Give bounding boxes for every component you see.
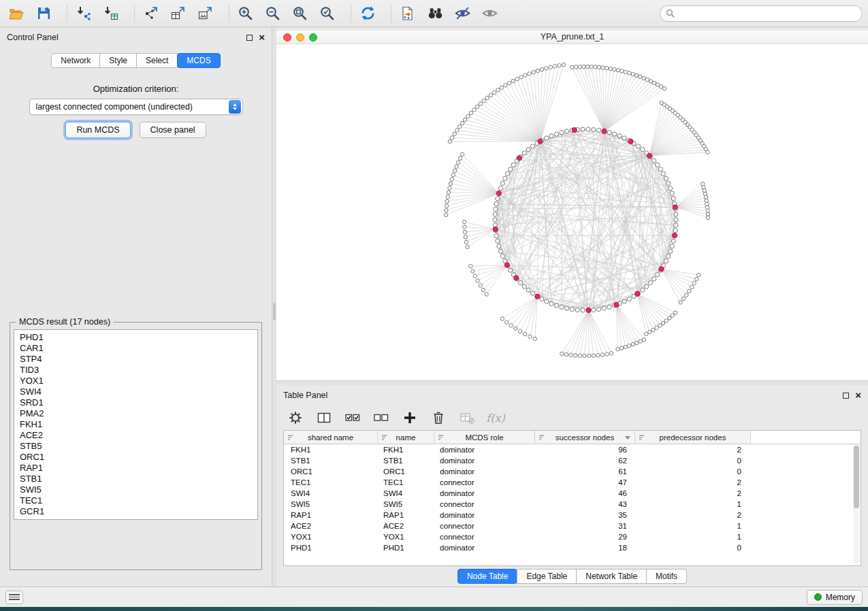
result-item[interactable]: TID3 <box>14 365 257 376</box>
dominator-node[interactable] <box>673 205 677 210</box>
table-settings-button[interactable] <box>286 408 305 427</box>
dominator-node[interactable] <box>538 139 543 144</box>
create-column-button[interactable] <box>400 408 419 427</box>
dominator-node[interactable] <box>635 291 640 296</box>
dominator-node[interactable] <box>496 191 501 196</box>
import-network-button[interactable] <box>73 3 95 24</box>
dominator-node[interactable] <box>535 294 540 299</box>
tab-edge-table[interactable]: Edge Table <box>517 569 577 584</box>
show-all-button[interactable] <box>479 3 500 24</box>
table-cell: 1 <box>635 531 751 542</box>
result-item[interactable]: FKH1 <box>14 419 257 430</box>
column-header-successor-nodes[interactable]: successor nodes <box>535 431 635 444</box>
memory-button[interactable]: Memory <box>807 590 863 605</box>
result-item[interactable]: TEC1 <box>14 495 257 506</box>
result-item[interactable]: RAP1 <box>14 463 257 474</box>
tab-network-table[interactable]: Network Table <box>576 569 647 584</box>
float-table-panel-icon[interactable] <box>843 393 849 399</box>
result-item[interactable]: ACE2 <box>14 430 257 441</box>
criterion-dropdown[interactable]: largest connected component (undirected) <box>29 99 243 115</box>
panel-menu-button[interactable] <box>5 591 23 604</box>
mcds-result-list[interactable]: PHD1CAR1STP4TID3YOX1SWI4SRD1PMA2FKH1ACE2… <box>14 329 258 520</box>
table-row[interactable]: RAP1RAP1dominator352 <box>284 510 861 521</box>
column-header-MCDS-role[interactable]: MCDS role <box>434 431 535 444</box>
dominator-node[interactable] <box>493 227 498 231</box>
search-input[interactable] <box>678 9 856 18</box>
dominator-node[interactable] <box>504 263 509 267</box>
tab-select[interactable]: Select <box>136 53 178 68</box>
dominator-node[interactable] <box>517 156 521 161</box>
result-item[interactable]: STP4 <box>14 354 257 365</box>
run-mcds-button[interactable]: Run MCDS <box>65 122 130 138</box>
export-table-button[interactable] <box>167 3 189 24</box>
result-item[interactable]: YOX1 <box>14 376 257 386</box>
tab-network[interactable]: Network <box>51 53 100 68</box>
dominator-node[interactable] <box>614 302 619 307</box>
table-scrollbar[interactable] <box>853 445 860 564</box>
tab-node-table[interactable]: Node Table <box>457 569 518 584</box>
dominator-node[interactable] <box>672 233 677 237</box>
table-row[interactable]: ACE2ACE2connector311 <box>284 521 861 531</box>
dominator-node[interactable] <box>628 139 633 144</box>
find-button[interactable] <box>424 3 446 24</box>
tab-mcds[interactable]: MCDS <box>177 53 220 68</box>
result-item[interactable]: STB5 <box>14 441 257 452</box>
function-builder-button[interactable]: f(x) <box>486 408 505 427</box>
dominator-node[interactable] <box>659 267 664 271</box>
open-file-button[interactable] <box>5 3 27 24</box>
dominator-node[interactable] <box>514 276 519 280</box>
result-item[interactable]: PMA2 <box>14 408 257 419</box>
table-row[interactable]: PHD1PHD1dominator180 <box>284 542 861 553</box>
table-row[interactable]: YOX1YOX1connector291 <box>284 531 861 542</box>
table-row[interactable]: TEC1TEC1connector472 <box>284 477 861 488</box>
result-item[interactable]: PHD1 <box>14 332 257 343</box>
table-row[interactable]: SWI4SWI4dominator462 <box>284 488 861 499</box>
result-item[interactable]: SRD1 <box>14 397 257 408</box>
dominator-node[interactable] <box>586 308 591 312</box>
import-table-button[interactable] <box>100 3 122 24</box>
zoom-fit-button[interactable] <box>289 3 311 24</box>
column-header-predecessor-nodes[interactable]: predecessor nodes <box>635 431 751 444</box>
tab-motifs[interactable]: Motifs <box>646 569 687 584</box>
column-header-shared-name[interactable]: shared name <box>284 431 378 444</box>
table-row[interactable]: STB1STB1dominator620 <box>284 455 861 466</box>
network-canvas[interactable] <box>276 44 868 380</box>
close-panel-button[interactable]: Close panel <box>140 122 206 138</box>
result-item[interactable]: GCR1 <box>14 506 257 517</box>
network-title: YPA_prune.txt_1 <box>276 32 868 42</box>
delete-column-button[interactable] <box>429 408 448 427</box>
select-all-button[interactable] <box>343 408 362 427</box>
zoom-selected-button[interactable] <box>317 3 338 24</box>
table-row[interactable]: SWI5SWI5connector431 <box>284 499 861 510</box>
dominator-node[interactable] <box>602 129 607 133</box>
result-item[interactable]: STB1 <box>14 474 257 484</box>
close-panel-icon[interactable]: × <box>259 34 265 41</box>
zoom-in-button[interactable] <box>235 3 257 24</box>
column-header-name[interactable]: name <box>378 431 434 444</box>
save-session-button[interactable] <box>33 3 54 24</box>
tab-style[interactable]: Style <box>99 53 137 68</box>
splitter-grip[interactable] <box>273 303 276 320</box>
hide-selected-button[interactable] <box>451 3 473 24</box>
float-panel-icon[interactable] <box>246 35 253 41</box>
export-image-button[interactable] <box>195 3 216 24</box>
dominator-node[interactable] <box>572 127 577 132</box>
table-row[interactable]: FKH1FKH1dominator962 <box>284 444 861 455</box>
export-network-button[interactable] <box>140 3 162 24</box>
zoom-out-button[interactable] <box>262 3 284 24</box>
result-item[interactable]: SWI4 <box>14 386 257 397</box>
table-row[interactable]: ORC1ORC1dominator610 <box>284 466 861 477</box>
dominator-node[interactable] <box>647 153 652 158</box>
sort-direction-chevron[interactable] <box>625 436 630 440</box>
result-item[interactable]: ORC1 <box>14 452 257 463</box>
result-item[interactable]: SWI5 <box>14 484 257 495</box>
result-item[interactable]: CAR1 <box>14 343 257 354</box>
apply-layout-button[interactable] <box>357 3 379 24</box>
column-layout-button[interactable] <box>315 408 334 427</box>
document-share-button[interactable] <box>397 3 419 24</box>
scrollbar-thumb[interactable] <box>854 446 859 508</box>
close-table-panel-icon[interactable]: × <box>855 392 861 399</box>
panel-splitter[interactable] <box>272 27 276 587</box>
search-box[interactable] <box>660 5 863 22</box>
deselect-all-button[interactable] <box>372 408 391 427</box>
